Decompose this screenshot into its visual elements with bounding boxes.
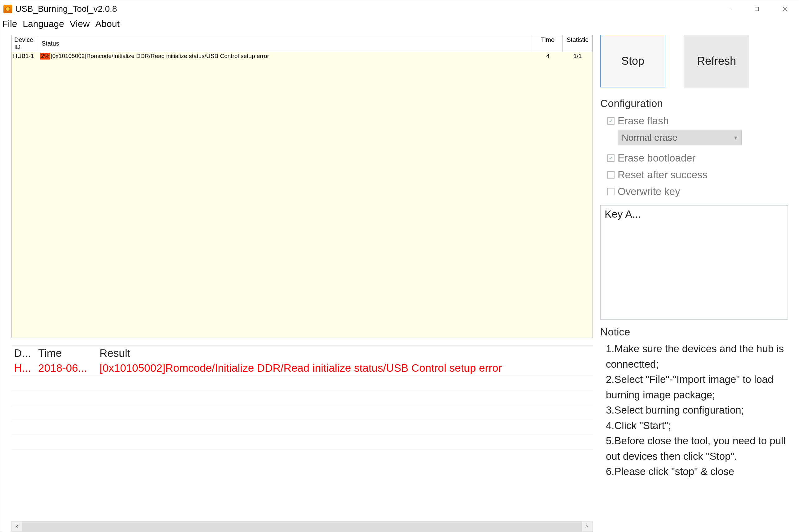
scroll-left-arrow-icon[interactable]: ‹	[12, 522, 22, 530]
svg-point-0	[5, 7, 10, 11]
minimize-button[interactable]	[715, 0, 743, 17]
scroll-right-arrow-icon[interactable]: ›	[582, 522, 592, 530]
device-table: Device ID Status Time Statistic HUB1-1 2…	[12, 35, 593, 338]
log-time-cell: 2018-06...	[36, 362, 97, 374]
log-header-result[interactable]: Result	[97, 346, 593, 361]
window-controls	[715, 0, 799, 17]
maximize-button[interactable]	[743, 0, 771, 17]
device-statistic-cell: 1/1	[563, 52, 592, 60]
key-box-label: Key A...	[605, 208, 641, 220]
device-table-header: Device ID Status Time Statistic	[12, 35, 592, 52]
checkbox-icon	[607, 154, 614, 162]
configuration-title: Configuration	[600, 97, 788, 113]
log-d-cell: H...	[12, 362, 36, 374]
notice-line: 2.Select "File"-"Import image" to load b…	[606, 372, 787, 402]
titlebar: USB_Burning_Tool_v2.0.8	[0, 0, 799, 17]
notice-title: Notice	[600, 326, 788, 341]
device-id-cell: HUB1-1	[12, 52, 39, 60]
stop-button[interactable]: Stop	[600, 35, 665, 88]
app-window: USB_Burning_Tool_v2.0.8 File Language Vi…	[0, 0, 799, 532]
content: Device ID Status Time Statistic HUB1-1 2…	[0, 32, 799, 532]
checkbox-label: Overwrite key	[617, 186, 680, 197]
notice-line: 3.Select burning configuration;	[606, 402, 787, 418]
header-statistic[interactable]: Statistic	[563, 35, 592, 52]
menubar: File Language View About	[0, 17, 799, 32]
menu-language[interactable]: Language	[23, 19, 64, 29]
log-header-d[interactable]: D...	[12, 346, 36, 361]
app-icon	[3, 5, 12, 13]
close-button[interactable]	[771, 0, 799, 17]
action-buttons: Stop Refresh	[600, 35, 788, 97]
scroll-track[interactable]	[22, 521, 582, 531]
right-column: Stop Refresh Configuration Erase flash N…	[600, 35, 799, 532]
header-status[interactable]: Status	[39, 35, 533, 52]
checkbox-icon	[607, 188, 614, 195]
header-device-id[interactable]: Device ID	[12, 35, 39, 52]
svg-rect-2	[755, 7, 759, 11]
notice-line: 4.Click "Start";	[606, 418, 787, 433]
erase-flash-checkbox[interactable]: Erase flash	[600, 113, 788, 129]
log-table-header: D... Time Result	[12, 346, 593, 361]
horizontal-scrollbar[interactable]: ‹ ›	[12, 521, 593, 532]
log-row	[12, 435, 593, 450]
log-row	[12, 420, 593, 435]
left-column: Device ID Status Time Statistic HUB1-1 2…	[0, 35, 600, 532]
checkbox-icon	[607, 171, 614, 178]
log-header-time[interactable]: Time	[36, 346, 97, 361]
overwrite-key-checkbox[interactable]: Overwrite key	[600, 183, 788, 200]
log-row[interactable]: H... 2018-06... [0x10105002]Romcode/Init…	[12, 361, 593, 376]
progress-badge: 2%	[40, 53, 50, 59]
checkbox-label: Erase bootloader	[617, 152, 696, 164]
device-time-cell: 4	[533, 52, 563, 60]
log-row	[12, 390, 593, 405]
erase-mode-select[interactable]: Normal erase ▾	[617, 130, 742, 146]
erase-bootloader-checkbox[interactable]: Erase bootloader	[600, 150, 788, 167]
menu-file[interactable]: File	[2, 19, 17, 29]
menu-view[interactable]: View	[70, 19, 90, 29]
log-row	[12, 405, 593, 420]
notice-line: 6.Please click "stop" & close	[606, 464, 787, 479]
status-text: [0x10105002]Romcode/Initialize DDR/Read …	[51, 53, 269, 59]
log-row	[12, 376, 593, 390]
scroll-thumb[interactable]	[22, 521, 582, 531]
reset-after-success-checkbox[interactable]: Reset after success	[600, 167, 788, 183]
window-title: USB_Burning_Tool_v2.0.8	[15, 4, 117, 14]
device-row[interactable]: HUB1-1 2% [0x10105002]Romcode/Initialize…	[12, 52, 592, 60]
menu-about[interactable]: About	[95, 19, 119, 29]
key-box[interactable]: Key A...	[600, 205, 788, 320]
header-time[interactable]: Time	[533, 35, 563, 52]
log-table: D... Time Result H... 2018-06... [0x1010…	[12, 345, 593, 532]
checkbox-label: Erase flash	[617, 115, 669, 127]
checkbox-icon	[607, 117, 614, 125]
device-status-cell: 2% [0x10105002]Romcode/Initialize DDR/Re…	[39, 52, 533, 60]
notice-body: 1.Make sure the devices and the hub is c…	[600, 341, 788, 479]
select-value: Normal erase	[622, 132, 678, 143]
log-result-cell: [0x10105002]Romcode/Initialize DDR/Read …	[97, 362, 593, 374]
notice-line: 5.Before close the tool, you need to pul…	[606, 433, 787, 464]
chevron-down-icon: ▾	[734, 134, 737, 141]
refresh-button[interactable]: Refresh	[684, 35, 749, 88]
checkbox-label: Reset after success	[617, 169, 707, 181]
notice-line: 1.Make sure the devices and the hub is c…	[606, 341, 787, 372]
